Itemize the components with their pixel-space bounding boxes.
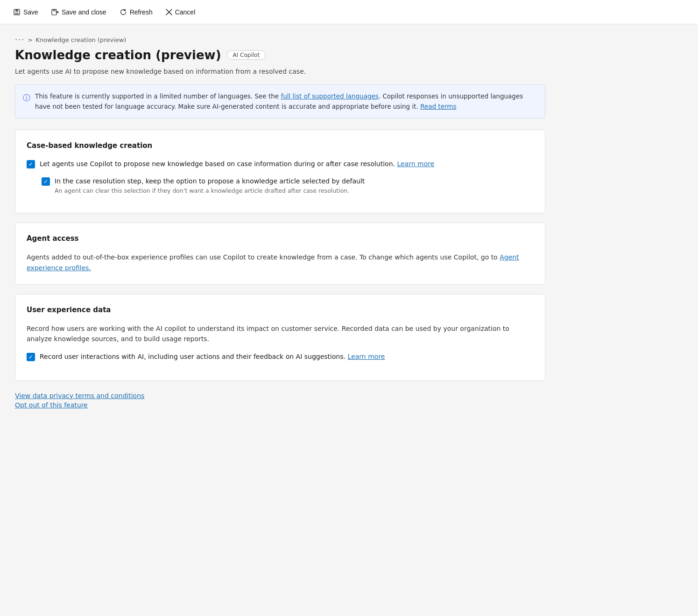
case-based-title: Case-based knowledge creation [27, 141, 534, 150]
info-icon: ⓘ [23, 92, 30, 104]
privacy-terms-link[interactable]: View data privacy terms and conditions [15, 392, 545, 399]
case-based-checkbox1[interactable] [27, 160, 35, 168]
page-subtitle: Let agents use AI to propose new knowled… [15, 68, 545, 75]
case-based-checkbox1-content: Let agents use Copilot to propose new kn… [40, 159, 434, 169]
save-and-close-button[interactable]: Save and close [46, 6, 112, 19]
refresh-button[interactable]: Refresh [114, 6, 158, 19]
info-text-before-link: This feature is currently supported in a… [35, 92, 281, 100]
user-experience-checkbox-row: Record user interactions with AI, includ… [27, 352, 534, 362]
page-title: Knowledge creation (preview) [15, 48, 221, 62]
svg-rect-2 [15, 13, 19, 14]
user-experience-text: Record how users are working with the AI… [27, 323, 534, 344]
read-terms-link[interactable]: Read terms [420, 103, 456, 110]
case-based-learn-more-link[interactable]: Learn more [397, 160, 434, 168]
svg-rect-1 [15, 9, 18, 12]
cancel-button[interactable]: Cancel [160, 6, 201, 19]
supported-languages-link[interactable]: full list of supported languages [281, 92, 378, 100]
breadcrumb-separator: > [28, 36, 33, 43]
user-experience-checkbox-content: Record user interactions with AI, includ… [40, 352, 385, 362]
breadcrumb-dots: ··· [15, 35, 25, 44]
save-and-close-icon [51, 8, 59, 16]
footer-links: View data privacy terms and conditions O… [15, 392, 545, 409]
save-and-close-label: Save and close [62, 8, 106, 16]
info-banner-text: This feature is currently supported in a… [35, 91, 537, 112]
breadcrumb-current: Knowledge creation (preview) [35, 36, 126, 43]
case-based-checkbox2-sublabel: An agent can clear this selection if the… [55, 187, 365, 194]
case-based-checkbox2-row: In the case resolution step, keep the op… [42, 176, 534, 194]
save-icon [13, 8, 21, 16]
info-banner: ⓘ This feature is currently supported in… [15, 84, 545, 119]
save-button[interactable]: Save [7, 6, 44, 19]
user-experience-checkbox-label: Record user interactions with AI, includ… [40, 353, 385, 360]
agent-access-text: Agents added to out-of-the-box experienc… [27, 252, 534, 273]
user-experience-checkbox[interactable] [27, 353, 35, 361]
refresh-label: Refresh [130, 8, 153, 16]
user-experience-learn-more-link[interactable]: Learn more [348, 353, 385, 360]
cancel-label: Cancel [175, 8, 196, 16]
save-label: Save [23, 8, 38, 16]
page-title-row: Knowledge creation (preview) AI Copilot [15, 48, 545, 62]
toolbar: Save Save and close Refresh [0, 0, 698, 24]
breadcrumb: ··· > Knowledge creation (preview) [15, 35, 545, 44]
ai-copilot-badge: AI Copilot [227, 50, 266, 60]
opt-out-link[interactable]: Opt out of this feature [15, 401, 545, 409]
user-experience-section: User experience data Record how users ar… [15, 294, 545, 381]
case-based-checkbox1-row: Let agents use Copilot to propose new kn… [27, 159, 534, 169]
case-based-section: Case-based knowledge creation Let agents… [15, 130, 545, 213]
case-based-checkbox2-label: In the case resolution step, keep the op… [55, 176, 365, 186]
agent-access-title: Agent access [27, 234, 534, 243]
case-based-checkbox2[interactable] [42, 177, 50, 186]
cancel-icon [166, 9, 172, 15]
svg-rect-4 [53, 9, 56, 11]
user-experience-title: User experience data [27, 306, 534, 314]
agent-access-section: Agent access Agents added to out-of-the-… [15, 223, 545, 285]
main-content: ··· > Knowledge creation (preview) Knowl… [0, 24, 560, 420]
case-based-checkbox1-label: Let agents use Copilot to propose new kn… [40, 160, 434, 168]
case-based-checkbox2-content: In the case resolution step, keep the op… [55, 176, 365, 194]
refresh-icon [120, 8, 127, 16]
